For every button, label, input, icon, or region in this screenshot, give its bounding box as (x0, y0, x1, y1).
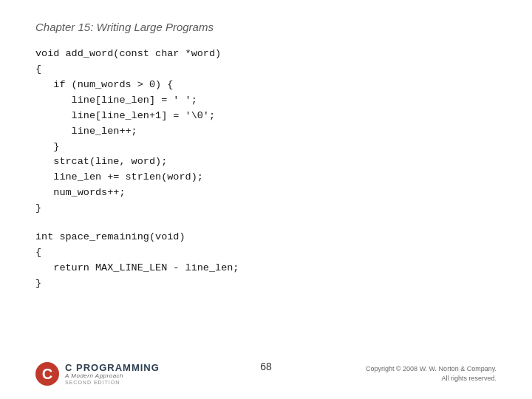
logo-edition-text: SECOND EDITION (65, 380, 160, 386)
copyright: Copyright © 2008 W. W. Norton & Company.… (366, 364, 497, 384)
code-section-1: void add_word(const char *word) { if (nu… (35, 47, 497, 216)
copyright-line1: Copyright © 2008 W. W. Norton & Company. (366, 364, 497, 375)
page-number: 68 (260, 361, 272, 372)
logo-subtitle-text: A Modern Approach (65, 373, 160, 380)
code-section-2: int space_remaining(void) { return MAX_L… (35, 230, 497, 292)
slide: Chapter 15: Writing Large Programs void … (0, 0, 532, 399)
logo: C C PROGRAMMING A Modern Approach SECOND… (35, 362, 160, 386)
logo-letter: C (42, 366, 52, 383)
copyright-line2: All rights reserved. (366, 374, 497, 384)
footer: C C PROGRAMMING A Modern Approach SECOND… (0, 362, 532, 386)
logo-main-text: C PROGRAMMING (65, 363, 160, 373)
logo-text: C PROGRAMMING A Modern Approach SECOND E… (65, 363, 160, 386)
logo-c-icon: C (35, 362, 59, 386)
slide-title: Chapter 15: Writing Large Programs (35, 21, 497, 33)
